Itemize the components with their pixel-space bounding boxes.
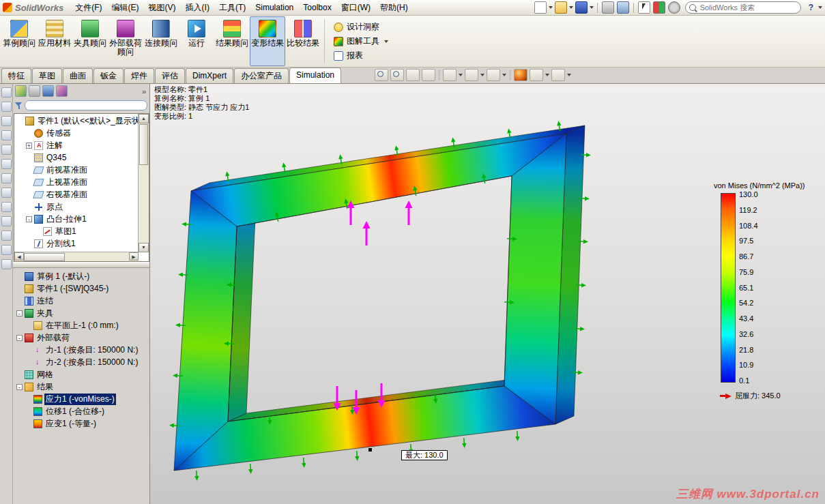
chevron-down-icon[interactable] xyxy=(502,74,506,76)
side-tool-icon[interactable] xyxy=(1,188,12,198)
tree-item[interactable]: 右视基准面 xyxy=(14,188,139,201)
help-dropdown-icon[interactable] xyxy=(818,6,822,9)
previous-view-icon[interactable] xyxy=(406,69,420,81)
menu-item[interactable]: Toolbox xyxy=(298,1,336,14)
tree-item[interactable]: - 凸台-拉伸1 xyxy=(14,213,139,225)
command-tab[interactable]: 焊件 xyxy=(124,68,154,83)
undo-icon[interactable] xyxy=(617,1,629,14)
tree-item[interactable]: Q345 xyxy=(14,151,139,164)
open-dropdown-icon[interactable] xyxy=(569,6,573,9)
scroll-left-button[interactable]: ◀ xyxy=(14,252,24,261)
tree-item[interactable]: + 注解 xyxy=(14,139,139,151)
tree-item[interactable]: 连结 xyxy=(14,295,149,307)
tree-item[interactable]: 原点 xyxy=(14,201,139,213)
side-tool-icon[interactable] xyxy=(1,116,12,126)
side-tool-icon[interactable] xyxy=(1,130,12,140)
command-tab[interactable]: 曲面 xyxy=(63,68,93,83)
feature-manager-tab-icon[interactable] xyxy=(15,85,27,97)
ribbon-button[interactable]: 连接顾问 xyxy=(143,16,179,66)
menu-item[interactable]: 文件(F) xyxy=(70,1,106,15)
tree-item[interactable]: 网格 xyxy=(14,368,149,381)
ribbon-button[interactable]: 外部载荷顾问 xyxy=(108,16,143,66)
command-tab[interactable]: 特征 xyxy=(1,68,31,83)
ribbon-side-button[interactable]: 图解工具 xyxy=(334,35,388,47)
save-icon[interactable] xyxy=(575,1,588,14)
menu-item[interactable]: 窗口(W) xyxy=(336,1,375,15)
tree-item[interactable]: 传感器 xyxy=(14,127,139,139)
display-style-icon[interactable] xyxy=(465,69,478,81)
side-tool-icon[interactable] xyxy=(1,87,12,98)
options-icon[interactable] xyxy=(668,1,680,14)
command-tab[interactable]: 评估 xyxy=(155,68,185,83)
save-dropdown-icon[interactable] xyxy=(590,6,594,9)
side-tool-icon[interactable] xyxy=(1,159,12,169)
rebuild-icon[interactable] xyxy=(653,1,665,14)
tree-item[interactable]: 前视基准面 xyxy=(14,164,139,176)
side-tool-icon[interactable] xyxy=(1,259,12,269)
tree-item[interactable]: 力-1 (:按条目: 150000 N:) xyxy=(14,344,149,356)
tree-item[interactable]: 分割线1 xyxy=(14,237,139,250)
zoom-area-icon[interactable] xyxy=(390,69,404,81)
search-input[interactable] xyxy=(699,3,782,12)
print-icon[interactable] xyxy=(602,1,614,14)
command-tab[interactable]: 钣金 xyxy=(93,68,124,83)
tree-item[interactable]: 力-2 (:按条目: 150000 N:) xyxy=(14,356,149,368)
expand-toggle[interactable]: - xyxy=(26,216,32,222)
tree-item[interactable]: - 结果 xyxy=(14,381,149,393)
side-tool-icon[interactable] xyxy=(1,145,12,155)
ribbon-button[interactable]: 算例顾问 xyxy=(1,16,37,66)
scrollbar-thumb[interactable] xyxy=(24,253,65,261)
expand-toggle[interactable]: - xyxy=(16,310,23,316)
side-tool-icon[interactable] xyxy=(1,202,12,212)
horizontal-scrollbar[interactable]: ◀ ▶ xyxy=(14,252,139,261)
ribbon-button[interactable]: 结果顾问 xyxy=(214,16,250,66)
side-tool-icon[interactable] xyxy=(1,216,12,226)
edit-appearance-icon[interactable] xyxy=(514,69,527,81)
tree-item[interactable]: - 外部载荷 xyxy=(14,331,149,344)
display-manager-tab-icon[interactable] xyxy=(56,85,68,97)
ribbon-side-button[interactable]: 报表 xyxy=(334,50,388,61)
ribbon-button[interactable]: 比较结果 xyxy=(285,16,321,66)
expand-toggle[interactable]: - xyxy=(16,384,23,390)
view-orientation-icon[interactable] xyxy=(443,69,457,81)
ribbon-side-button[interactable]: 设计洞察 xyxy=(334,21,388,33)
command-tab[interactable]: 草图 xyxy=(32,68,62,83)
tree-filter-input[interactable] xyxy=(25,100,147,110)
menu-item[interactable]: 工具(T) xyxy=(214,1,250,15)
hide-show-items-icon[interactable] xyxy=(487,69,500,81)
scroll-up-button[interactable]: ▲ xyxy=(139,114,149,123)
expand-toggle[interactable]: - xyxy=(16,335,23,341)
side-tool-icon[interactable] xyxy=(1,173,12,183)
ribbon-button[interactable]: 变形结果 xyxy=(250,16,285,66)
new-dropdown-icon[interactable] xyxy=(549,6,553,9)
menu-item[interactable]: 帮助(H) xyxy=(375,1,413,15)
command-tab[interactable]: 办公室产品 xyxy=(234,68,289,83)
open-icon[interactable] xyxy=(555,1,567,14)
property-manager-tab-icon[interactable] xyxy=(29,85,40,97)
command-tab[interactable]: DimXpert xyxy=(186,68,233,83)
view-settings-icon[interactable] xyxy=(551,69,565,81)
tree-item[interactable]: 算例 1 (-默认-) xyxy=(14,270,149,282)
chevron-down-icon[interactable] xyxy=(567,74,571,76)
tree-root-item[interactable]: 零件1 (默认<<默认>_显示状 xyxy=(14,115,139,127)
menu-item[interactable]: Simulation xyxy=(250,1,298,14)
tree-item[interactable]: 草图1 xyxy=(14,225,139,237)
chevron-down-icon[interactable] xyxy=(459,74,463,76)
scrollbar-thumb[interactable] xyxy=(139,124,148,165)
vertical-scrollbar[interactable]: ▲ ▼ xyxy=(138,114,149,252)
help-button[interactable]: ? xyxy=(805,3,817,12)
menu-item[interactable]: 插入(I) xyxy=(181,1,214,15)
tree-item[interactable]: 应变1 (-等量-) xyxy=(14,417,149,430)
side-tool-icon[interactable] xyxy=(1,231,12,241)
tree-item[interactable]: 位移1 (-合位移-) xyxy=(14,405,149,417)
tree-item[interactable]: 上视基准面 xyxy=(14,176,139,188)
tree-item[interactable]: - 夹具 xyxy=(14,307,149,319)
side-tool-icon[interactable] xyxy=(1,102,12,112)
configuration-manager-tab-icon[interactable] xyxy=(42,85,54,97)
new-document-icon[interactable] xyxy=(534,1,547,14)
panel-overflow-chevron[interactable]: » xyxy=(142,87,147,95)
tree-item[interactable]: 应力1 (-vonMises-) xyxy=(14,393,149,405)
ribbon-button[interactable]: 运行 xyxy=(179,16,214,66)
chevron-down-icon[interactable] xyxy=(480,74,484,76)
menu-item[interactable]: 视图(V) xyxy=(144,1,181,15)
